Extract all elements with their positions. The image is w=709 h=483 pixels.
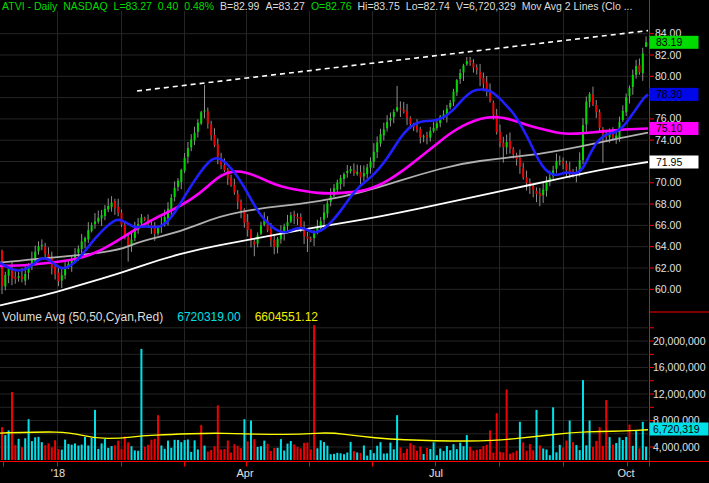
price-axis-gutter[interactable] <box>649 0 709 461</box>
volume-indicator-label: Volume Avg (50,50,Cyan,Red) <box>2 311 163 324</box>
volume-avg-value: 6604551.12 <box>255 311 318 324</box>
chart-window: ATVI - DailyNASDAQL=83.270.400.48%B=82.9… <box>0 0 709 483</box>
price-pane[interactable] <box>0 11 648 311</box>
time-axis-gutter[interactable] <box>0 462 709 483</box>
volume-indicator-value: 6720319.00 <box>177 311 240 324</box>
volume-pane[interactable] <box>0 325 648 460</box>
volume-indicator-header: Volume Avg (50,50,Cyan,Red)6720319.00660… <box>2 311 646 324</box>
chart-canvas[interactable]: 84.0082.0080.0078.0076.0074.0072.0070.00… <box>0 0 709 483</box>
